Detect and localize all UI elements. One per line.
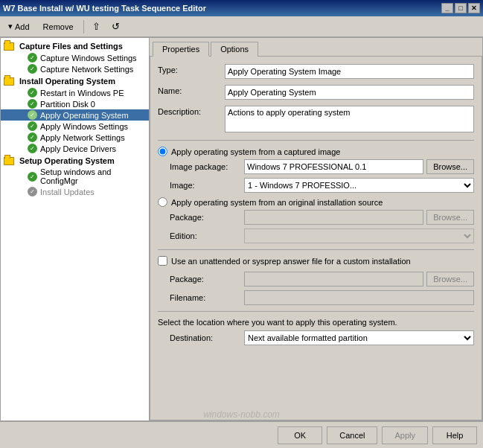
check-icon: ✓ <box>28 132 37 142</box>
sysprep-checkbox[interactable] <box>158 256 167 266</box>
group-setup-os-label: Setup Operating System <box>19 156 115 165</box>
tree-item-apply-windows[interactable]: ✓ Apply Windows Settings <box>1 121 149 132</box>
destination-text: Select the location where you want to ap… <box>158 318 474 327</box>
radio-original-input[interactable] <box>158 197 167 207</box>
toolbar-icon-2[interactable]: ↺ <box>108 19 124 35</box>
tree-item-capture-network[interactable]: ✓ Capture Network Settings <box>1 63 149 74</box>
image-row: Image: 1 - Windows 7 PROFESSIO... <box>158 178 474 193</box>
image-package-browse-button[interactable]: Browse... <box>426 159 474 174</box>
image-label: Image: <box>170 181 244 190</box>
folder-icon <box>4 157 14 165</box>
tree-item-label: Partition Disk 0 <box>40 100 95 109</box>
radio-original-label[interactable]: Apply operating system from an original … <box>158 197 474 207</box>
add-icon: ▾ <box>8 22 13 31</box>
close-button[interactable]: ✕ <box>468 3 480 13</box>
tree-item-setup-windows[interactable]: ✓ Setup windows and ConfigMgr <box>1 167 149 186</box>
separator-2 <box>158 249 474 250</box>
tree-item-partition-disk[interactable]: ✓ Partition Disk 0 <box>1 98 149 109</box>
minimize-button[interactable]: _ <box>441 3 453 13</box>
add-label: Add <box>15 22 30 31</box>
group-install-os[interactable]: Install Operating System <box>1 74 149 87</box>
sysprep-filename-label: Filename: <box>170 293 244 302</box>
tab-options[interactable]: Options <box>211 42 258 57</box>
destination-select[interactable]: Next available formatted partition <box>244 330 474 345</box>
toolbar-separator <box>83 20 84 33</box>
sysprep-package-row: Package: Browse... <box>158 272 474 287</box>
window-title: W7 Base Install w/ WU testing Task Seque… <box>3 4 441 13</box>
sysprep-package-browse-button: Browse... <box>426 272 474 287</box>
sysprep-filename-row: Filename: <box>158 290 474 305</box>
package-row: Package: Browse... <box>158 210 474 225</box>
tree-item-label: Apply Operating System <box>40 111 129 120</box>
help-button[interactable]: Help <box>432 426 477 444</box>
tabs: Properties Options <box>150 38 482 56</box>
tree-item-label: Apply Network Settings <box>40 133 125 142</box>
radio-captured-text: Apply operating system from a captured i… <box>171 147 340 156</box>
sysprep-package-input[interactable] <box>244 272 423 287</box>
name-input[interactable] <box>225 85 474 100</box>
sysprep-package-label: Package: <box>170 275 244 284</box>
description-input[interactable]: Actions to apply operating system <box>225 106 474 132</box>
form-row-name: Name: <box>158 85 474 100</box>
cancel-button[interactable]: Cancel <box>327 426 377 444</box>
destination-label: Destination: <box>170 333 244 342</box>
radio-group-captured: Apply operating system from a captured i… <box>158 147 474 193</box>
remove-button[interactable]: Remove <box>38 20 79 33</box>
tree-item-label: Install Updates <box>40 188 95 196</box>
sysprep-filename-input[interactable] <box>244 290 474 305</box>
radio-captured-input[interactable] <box>158 147 167 156</box>
check-icon: ✓ <box>28 187 37 196</box>
restore-button[interactable]: □ <box>455 3 467 13</box>
ok-button[interactable]: OK <box>278 426 322 444</box>
tab-content-properties: Type: Name: Description: Actions to appl… <box>150 56 482 420</box>
package-input[interactable] <box>244 210 423 225</box>
tree-item-label: Capture Network Settings <box>40 65 133 74</box>
tree-item-capture-windows[interactable]: ✓ Capture Windows Settings <box>1 52 149 63</box>
tree-item-apply-network[interactable]: ✓ Apply Network Settings <box>1 132 149 143</box>
separator-3 <box>158 311 474 312</box>
tree-item-label: Capture Windows Settings <box>40 54 137 63</box>
image-package-label: Image package: <box>170 162 244 171</box>
package-browse-button: Browse... <box>426 210 474 225</box>
separator-1 <box>158 140 474 141</box>
edition-select[interactable] <box>244 228 474 243</box>
check-icon: ✓ <box>28 53 37 63</box>
type-label: Type: <box>158 64 225 74</box>
tree-item-install-updates[interactable]: ✓ Install Updates <box>1 186 149 197</box>
check-icon: ✓ <box>28 172 37 182</box>
group-capture[interactable]: Capture Files and Settings <box>1 39 149 52</box>
check-icon: ✓ <box>28 121 37 131</box>
sysprep-checkbox-label: Use an unattended or sysprep answer file… <box>171 257 411 266</box>
tree-item-label: Apply Device Drivers <box>40 144 116 153</box>
tree-item-restart-windows[interactable]: ✓ Restart in Windows PE <box>1 87 149 98</box>
radio-captured-label[interactable]: Apply operating system from a captured i… <box>158 147 474 156</box>
group-capture-label: Capture Files and Settings <box>19 42 123 51</box>
bottom-bar: OK Cancel Apply Help <box>0 421 483 448</box>
folder-icon <box>4 42 14 51</box>
type-input[interactable] <box>225 64 474 79</box>
tab-properties[interactable]: Properties <box>153 42 209 57</box>
type-field <box>225 64 474 79</box>
tree-item-apply-drivers[interactable]: ✓ Apply Device Drivers <box>1 143 149 154</box>
right-panel: Properties Options Type: Name: Descri <box>150 38 482 420</box>
image-package-input[interactable] <box>244 159 423 174</box>
toolbar-icon-1[interactable]: ⇧ <box>89 19 105 35</box>
window-controls: _ □ ✕ <box>441 3 480 13</box>
tree-item-apply-os[interactable]: ✓ Apply Operating System <box>1 109 149 121</box>
edition-row: Edition: <box>158 228 474 243</box>
form-row-description: Description: Actions to apply operating … <box>158 106 474 134</box>
apply-button[interactable]: Apply <box>382 426 428 444</box>
group-setup-os[interactable]: Setup Operating System <box>1 154 149 167</box>
check-icon: ✓ <box>28 99 37 109</box>
tree-panel: Capture Files and Settings ✓ Capture Win… <box>1 38 150 420</box>
name-label: Name: <box>158 85 225 95</box>
radio-original-text: Apply operating system from an original … <box>171 198 383 207</box>
image-select[interactable]: 1 - Windows 7 PROFESSIO... <box>244 178 474 193</box>
form-row-type: Type: <box>158 64 474 79</box>
description-field: Actions to apply operating system <box>225 106 474 134</box>
destination-row: Destination: Next available formatted pa… <box>158 330 474 345</box>
main-area: Capture Files and Settings ✓ Capture Win… <box>0 37 483 421</box>
add-button[interactable]: ▾ Add <box>3 19 35 33</box>
edition-label: Edition: <box>170 231 244 240</box>
sysprep-checkbox-row: Use an unattended or sysprep answer file… <box>158 256 474 266</box>
